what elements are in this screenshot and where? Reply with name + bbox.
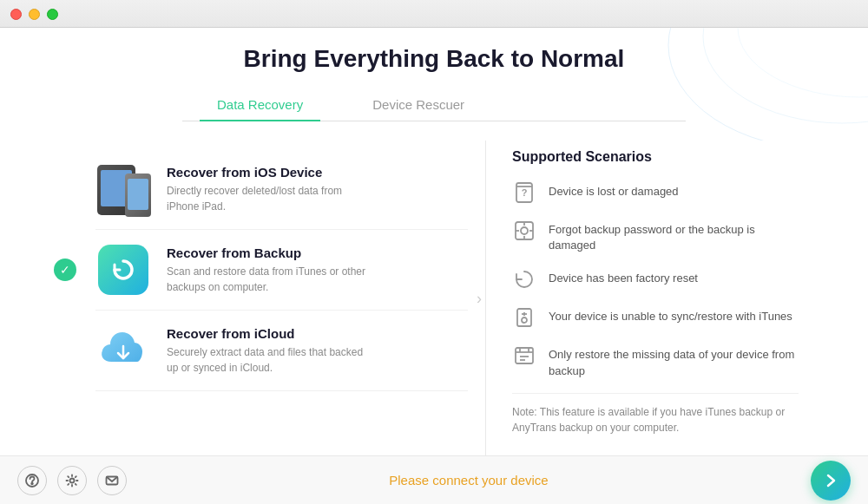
lost-damaged-icon: ? xyxy=(512,180,536,205)
recovery-item-ios[interactable]: Recover from iOS Device Directly recover… xyxy=(95,149,468,230)
scenario-factory-reset: Device has been factory reset xyxy=(512,267,799,291)
sync-restore-icon xyxy=(512,305,536,330)
svg-point-0 xyxy=(668,28,868,141)
ios-item-desc: Directly recover deleted/lost data from … xyxy=(167,183,375,214)
panel-arrow: › xyxy=(477,290,494,307)
icloud-item-text: Recover from iCloud Securely extract dat… xyxy=(167,326,375,376)
scenarios-title: Supported Scenarios xyxy=(512,149,799,165)
close-button[interactable] xyxy=(10,9,22,20)
svg-point-2 xyxy=(738,28,868,97)
scenario-sync-restore: Your device is unable to sync/restore wi… xyxy=(512,305,799,330)
svg-point-1 xyxy=(703,28,868,123)
scenario-missing-data: Only restore the missing data of your de… xyxy=(512,344,799,378)
status-text: Please connect your device xyxy=(127,473,811,488)
icloud-icon xyxy=(95,323,151,378)
recovery-item-backup[interactable]: ✓ Recover from Backup Scan and restore d… xyxy=(95,230,468,311)
right-panel: Supported Scenarios ? Device is lost or … xyxy=(486,141,825,455)
left-panel: Recover from iOS Device Directly recover… xyxy=(43,141,486,455)
forgot-password-icon xyxy=(512,219,536,243)
tab-data-recovery[interactable]: Data Recovery xyxy=(182,90,338,121)
svg-rect-17 xyxy=(516,348,533,363)
next-arrow-icon xyxy=(821,471,840,490)
ios-item-text: Recover from iOS Device Directly recover… xyxy=(167,165,375,214)
missing-data-icon xyxy=(512,344,536,368)
svg-point-25 xyxy=(70,478,75,482)
backup-item-desc: Scan and restore data from iTunes or oth… xyxy=(167,264,375,295)
help-button[interactable] xyxy=(17,466,47,495)
bottom-left-icons xyxy=(17,466,127,495)
backup-icon xyxy=(95,242,151,298)
app-title: Bring Everything Back to Normal xyxy=(244,45,625,73)
recovery-item-icloud[interactable]: Recover from iCloud Securely extract dat… xyxy=(95,311,468,391)
backup-check-indicator: ✓ xyxy=(54,259,76,281)
svg-point-8 xyxy=(521,227,528,234)
content-panel: Recover from iOS Device Directly recover… xyxy=(43,141,825,455)
icloud-item-title: Recover from iCloud xyxy=(167,326,375,341)
svg-text:?: ? xyxy=(522,187,528,198)
backup-item-title: Recover from Backup xyxy=(167,245,375,260)
tabs-container: Data Recovery Device Rescuer xyxy=(182,90,686,121)
mail-icon xyxy=(105,474,119,488)
ios-item-title: Recover from iOS Device xyxy=(167,165,375,180)
svg-point-24 xyxy=(31,482,33,484)
scenario-lost-damaged: ? Device is lost or damaged xyxy=(512,180,799,205)
scenarios-note: Note: This feature is available if you h… xyxy=(512,393,799,435)
minimize-button[interactable] xyxy=(29,9,40,20)
icloud-svg-icon xyxy=(95,329,151,372)
ios-device-icon xyxy=(95,161,151,217)
bottom-bar: Please connect your device xyxy=(0,455,868,504)
main-content: Bring Everything Back to Normal Data Rec… xyxy=(0,28,868,455)
backup-svg-icon xyxy=(109,256,137,284)
titlebar xyxy=(0,0,868,28)
scenario-factory-reset-text: Device has been factory reset xyxy=(549,267,698,286)
scenario-lost-damaged-text: Device is lost or damaged xyxy=(549,180,679,200)
svg-point-14 xyxy=(522,317,527,323)
scenario-forgot-password: Forgot backup password or the backup is … xyxy=(512,219,799,253)
scenario-forgot-password-text: Forgot backup password or the backup is … xyxy=(549,219,799,253)
help-icon xyxy=(25,474,39,488)
icloud-item-desc: Securely extract data and files that bac… xyxy=(167,344,375,376)
backup-item-text: Recover from Backup Scan and restore dat… xyxy=(167,245,375,295)
maximize-button[interactable] xyxy=(47,9,58,20)
factory-reset-icon xyxy=(512,267,536,291)
settings-button[interactable] xyxy=(57,466,87,495)
tab-device-rescuer[interactable]: Device Rescuer xyxy=(338,90,499,121)
settings-icon xyxy=(65,474,79,488)
scenario-sync-restore-text: Your device is unable to sync/restore wi… xyxy=(549,305,792,324)
scenario-missing-data-text: Only restore the missing data of your de… xyxy=(549,344,799,378)
mail-button[interactable] xyxy=(97,466,127,495)
next-button[interactable] xyxy=(811,461,851,501)
